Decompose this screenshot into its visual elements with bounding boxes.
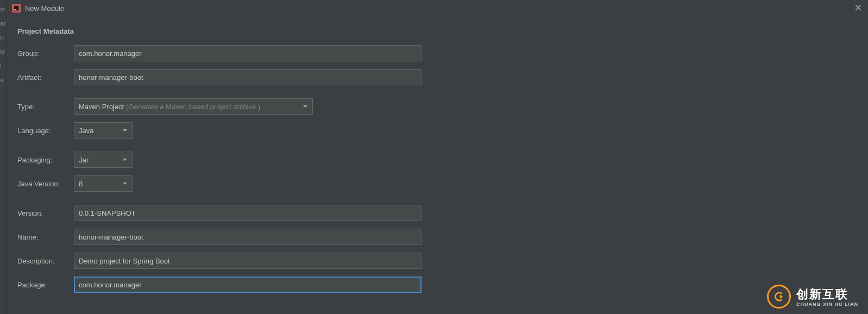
watermark-logo-icon [767, 285, 791, 309]
name-label: Name: [17, 233, 74, 241]
type-value: Maven Project [79, 103, 124, 111]
version-input[interactable] [74, 205, 422, 221]
close-button[interactable] [854, 3, 863, 12]
chevron-down-icon [122, 128, 128, 133]
java-version-label: Java Version: [17, 180, 74, 188]
package-input[interactable] [74, 277, 422, 293]
artifact-label: Artifact: [17, 73, 74, 81]
packaging-dropdown[interactable]: Jar [74, 152, 133, 168]
type-hint: (Generate a Maven based project archive.… [126, 103, 260, 111]
name-input[interactable] [74, 229, 422, 245]
chevron-down-icon [303, 104, 308, 109]
watermark: 创新互联 CHUANG XIN HU LIAN [767, 285, 858, 309]
java-version-dropdown[interactable]: 8 [74, 175, 133, 192]
new-module-dialog: New Module Project Metadata Group: Artif… [8, 0, 868, 314]
dialog-title: New Module [25, 4, 64, 12]
type-label: Type: [17, 103, 74, 111]
watermark-sub: CHUANG XIN HU LIAN [796, 302, 858, 307]
chevron-down-icon [122, 157, 128, 162]
watermark-brand: 创新互联 [796, 286, 858, 303]
package-label: Package: [17, 281, 74, 289]
language-value: Java [79, 127, 93, 135]
intellij-icon [12, 4, 21, 12]
chevron-down-icon [122, 181, 128, 186]
artifact-input[interactable] [74, 69, 422, 85]
version-label: Version: [17, 209, 74, 217]
language-dropdown[interactable]: Java [74, 122, 133, 139]
group-input[interactable] [74, 45, 422, 61]
description-label: Description: [17, 257, 74, 265]
section-title: Project Metadata [17, 27, 858, 35]
java-version-value: 8 [79, 180, 83, 188]
language-label: Language: [17, 127, 74, 135]
group-label: Group: [17, 49, 74, 58]
description-input[interactable] [74, 253, 422, 269]
packaging-value: Jar [79, 156, 89, 164]
close-icon [855, 4, 861, 11]
form-content: Project Metadata Group: Artifact: Type: … [8, 16, 868, 293]
background-project-tree-strip: or ac r- kr l a [0, 0, 7, 314]
packaging-label: Packaging: [17, 156, 74, 164]
dialog-titlebar: New Module [8, 0, 868, 16]
type-dropdown[interactable]: Maven Project (Generate a Maven based pr… [74, 98, 313, 115]
svg-rect-1 [14, 9, 16, 10]
